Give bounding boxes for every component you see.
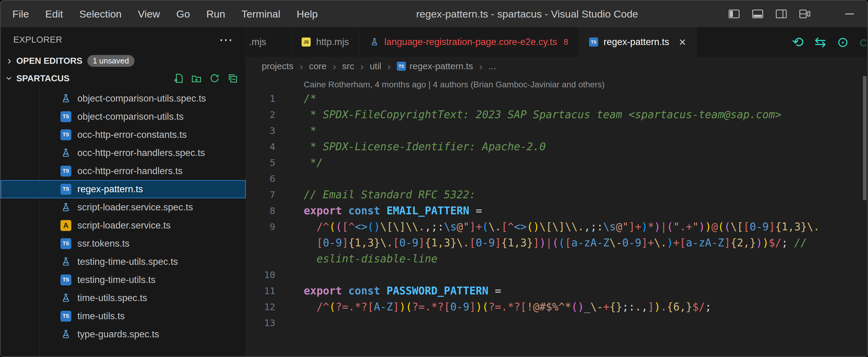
tree-item-label: type-guards.spec.ts — [78, 329, 159, 340]
tree-item-script-loader.service.ts[interactable]: Ascript-loader.service.ts — [1, 216, 246, 235]
code-token: ( — [329, 221, 336, 233]
tab-http.mjs[interactable]: JShttp.mjs — [291, 27, 360, 57]
javascript-icon: JS — [302, 37, 311, 47]
menu-view[interactable]: View — [130, 8, 168, 20]
tab-regex-pattern.ts[interactable]: TSregex-pattern.ts× — [579, 27, 696, 57]
code-line-1[interactable]: 1/* — [246, 91, 867, 107]
code-line-3[interactable]: 3 * — [246, 123, 867, 139]
minimize-icon[interactable] — [844, 8, 855, 20]
tree-item-regex-pattern.ts[interactable]: TSregex-pattern.ts — [1, 180, 246, 198]
tree-item-testing-time-utils.spec.ts[interactable]: testing-time-utils.spec.ts — [1, 253, 246, 271]
code-token: export — [304, 205, 342, 217]
menu-selection[interactable]: Selection — [71, 8, 130, 20]
menu-run[interactable]: Run — [198, 8, 233, 20]
code-line-10[interactable]: 10 — [246, 267, 867, 283]
test-flask-icon — [60, 256, 71, 267]
code-line-5[interactable]: 5 */ — [246, 155, 867, 171]
code-token: [ — [743, 221, 749, 233]
open-editors-label: OPEN EDITORS — [16, 56, 83, 66]
layout-sidebar-left-icon[interactable] — [728, 8, 740, 20]
code-line-text: /^(([^<>()\[\]\\.,;:\s@"]+(\.[^<>()\[\]\… — [275, 219, 819, 235]
new-file-icon[interactable] — [173, 73, 183, 83]
tree-item-type-guards.spec.ts[interactable]: type-guards.spec.ts — [1, 325, 246, 344]
tab-.mjs[interactable]: .mjs — [246, 27, 291, 57]
tree-item-time-utils.spec.ts[interactable]: time-utils.spec.ts — [1, 289, 246, 307]
tree-item-time-utils.ts[interactable]: TStime-utils.ts — [1, 307, 246, 325]
tree-item-ssr.tokens.ts[interactable]: TSssr.tokens.ts — [1, 235, 246, 253]
code-token: [ — [316, 237, 323, 249]
code-line-12[interactable]: 12 /^(?=.*?[A-Z])(?=.*?[0-9])(?=.*?[!@#$… — [246, 299, 867, 315]
breadcrumb-item-util[interactable]: util — [370, 61, 381, 71]
code-token: eslint-disable-line — [316, 253, 437, 265]
close-icon[interactable]: × — [679, 37, 686, 47]
tab-language-registration-page.core-e2e.cy.ts[interactable]: language-registration-page.core-e2e.cy.t… — [360, 27, 579, 57]
compare-changes-icon[interactable]: ⊙ — [837, 35, 849, 49]
code-line-8[interactable]: 8export const EMAIL_PATTERN = — [246, 203, 867, 219]
code-line-wrap[interactable]: [0-9]{1,3}\.[0-9]{1,3}\.[0-9]{1,3}])|(([… — [246, 235, 867, 251]
codelens-authors[interactable]: Caine Rotherham, 4 months ago | 4 author… — [304, 80, 867, 89]
code-line-text — [275, 315, 304, 331]
code-token: ?= — [412, 301, 425, 313]
menu-file[interactable]: File — [4, 8, 37, 20]
code-line-text: [0-9]{1,3}\.[0-9]{1,3}\.[0-9]{1,3}])|(([… — [275, 235, 807, 251]
code-line-7[interactable]: 7// Email Standard RFC 5322: — [246, 187, 867, 203]
breadcrumb-item-projects[interactable]: projects — [262, 61, 293, 71]
code-line-wrap[interactable]: eslint-disable-line — [246, 251, 867, 267]
code-token: @" — [457, 221, 469, 233]
more-icon[interactable]: ◌ — [860, 35, 866, 49]
tree-item-testing-time-utils.ts[interactable]: TStesting-time-utils.ts — [1, 271, 246, 289]
code-token: * SPDX-FileCopyrightText: 2023 SAP Spart… — [304, 109, 781, 121]
code-line-13[interactable]: 13 — [246, 315, 867, 331]
code-line-2[interactable]: 2 * SPDX-FileCopyrightText: 2023 SAP Spa… — [246, 107, 867, 123]
typescript-icon: TS — [60, 166, 71, 177]
more-actions-icon[interactable]: ⋯ — [219, 37, 233, 42]
tab-bar: .mjsJShttp.mjslanguage-registration-page… — [246, 27, 867, 57]
typescript-icon: TS — [589, 37, 598, 47]
code-token: \. — [488, 221, 501, 233]
code-token: ) — [476, 301, 482, 313]
code-token: () — [368, 221, 380, 233]
breadcrumb-item-...[interactable]: ... — [489, 61, 496, 71]
open-editors-header[interactable]: › OPEN EDITORS 1 unsaved — [1, 52, 246, 69]
code-token: 0-9 — [622, 237, 641, 249]
code-token: ) — [399, 301, 406, 313]
code-line-9[interactable]: 9 /^(([^<>()\[\]\\.,;:\s@"]+(\.[^<>()\[\… — [246, 219, 867, 235]
menu-go[interactable]: Go — [168, 8, 198, 20]
menu-help[interactable]: Help — [289, 8, 326, 20]
code-line-11[interactable]: 11export const PASSWORD_PATTERN = — [246, 283, 867, 299]
layout-sidebar-right-icon[interactable] — [776, 8, 787, 20]
tree-item-label: script-loader.service.ts — [78, 220, 170, 231]
tree-item-occ-http-error-handlers.spec.ts[interactable]: occ-http-error-handlers.spec.ts — [1, 144, 246, 162]
layout-panel-icon[interactable] — [752, 8, 764, 20]
refresh-icon[interactable] — [210, 73, 220, 83]
code-token: \[\] — [380, 221, 406, 233]
breadcrumb-item-src[interactable]: src — [342, 61, 354, 71]
breadcrumb-item-core[interactable]: core — [309, 61, 327, 71]
spartacus-section-header[interactable]: › SPARTACUS — [1, 69, 246, 87]
code-token: [ — [565, 237, 571, 249]
code-line-6[interactable]: 6 — [246, 171, 867, 187]
code-line-4[interactable]: 4 * SPDX-License-Identifier: Apache-2.0 — [246, 139, 867, 155]
new-folder-icon[interactable] — [191, 73, 202, 83]
timeline-icon[interactable]: ⟲ — [792, 35, 804, 49]
code-token: */ — [304, 156, 323, 169]
tree-item-object-comparison-utils.spec.ts[interactable]: object-comparison-utils.spec.ts — [1, 89, 246, 108]
code-token: ;:., — [622, 301, 648, 313]
code-token: .*? — [425, 301, 444, 313]
editor-scrollbar[interactable] — [863, 76, 867, 200]
tree-item-occ-http-error-constants.ts[interactable]: TSocc-http-error-constants.ts — [1, 126, 246, 144]
tree-item-object-comparison-utils.ts[interactable]: TSobject-comparison-utils.ts — [1, 108, 246, 126]
tree-item-occ-http-error-handlers.ts[interactable]: TSocc-http-error-handlers.ts — [1, 162, 246, 180]
tree-item-script-loader.service.spec.ts[interactable]: script-loader.service.spec.ts — [1, 198, 246, 216]
typescript-icon: TS — [60, 238, 71, 249]
menu-terminal[interactable]: Terminal — [233, 8, 288, 20]
code-token: " — [673, 221, 679, 233]
collapse-all-icon[interactable] — [227, 73, 238, 83]
code-token: ,;: — [425, 221, 444, 233]
menu-edit[interactable]: Edit — [37, 8, 71, 20]
open-changes-icon[interactable]: ⇆ — [814, 35, 826, 49]
code-editor[interactable]: Caine Rotherham, 4 months ago | 4 author… — [246, 76, 867, 356]
layout-customize-icon[interactable] — [799, 8, 811, 20]
code-token: \. — [654, 237, 667, 249]
breadcrumb-item-regex-pattern.ts[interactable]: TSregex-pattern.ts — [397, 61, 473, 71]
